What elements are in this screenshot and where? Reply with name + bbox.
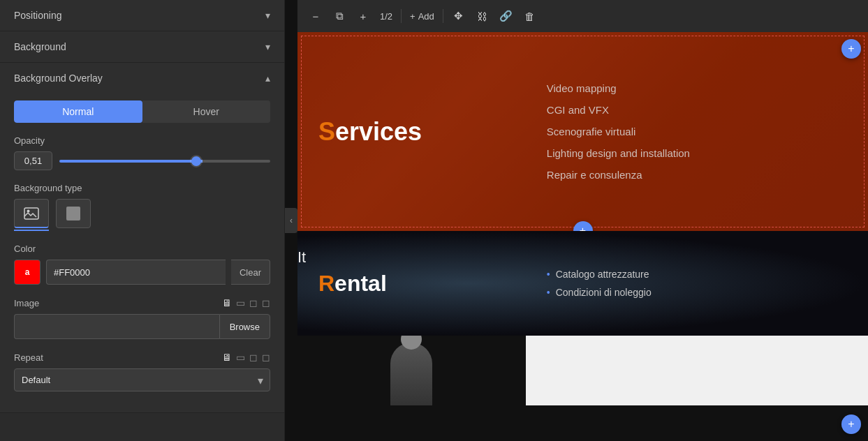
clear-color-button[interactable]: Clear <box>231 260 270 285</box>
rental-title-rest: ental <box>334 271 387 296</box>
background-overlay-chevron: ▴ <box>265 73 270 84</box>
mobile-icon[interactable]: ◻ <box>249 297 258 308</box>
toolbar-duplicate-button[interactable]: ⧉ <box>328 5 351 27</box>
background-section-header[interactable]: Background ▾ <box>0 31 284 63</box>
positioning-section-header[interactable]: Positioning ▾ <box>0 0 284 31</box>
services-title: Services <box>318 117 422 147</box>
image-type-btn[interactable] <box>14 199 49 228</box>
background-overlay-content: Normal Hover Opacity Background type <box>0 94 284 412</box>
desktop-icon[interactable]: 🖥 <box>222 297 232 308</box>
bg-type-underline <box>14 230 49 231</box>
add-plus-icon: + <box>410 11 415 22</box>
rental-right: •Catalogo attrezzature •Condizioni di no… <box>526 231 868 336</box>
person-head <box>401 336 422 350</box>
hover-tab[interactable]: Hover <box>142 100 271 123</box>
color-hex-input[interactable] <box>46 260 226 285</box>
collapse-arrow[interactable]: ‹ <box>285 208 297 233</box>
services-item-2: Scenografie virtuali <box>547 126 847 137</box>
color-label: Color <box>14 244 270 254</box>
image-path-input[interactable] <box>14 314 219 339</box>
unlink-icon: 🔗 <box>499 10 513 22</box>
background-type-row <box>14 199 270 228</box>
toolbar-link-button[interactable]: ⛓ <box>471 5 494 27</box>
services-item-1: CGI and VFX <box>547 104 847 116</box>
normal-hover-tabs: Normal Hover <box>14 100 270 123</box>
image-device-icons: 🖥 ▭ ◻ ◻ <box>222 297 270 308</box>
color-swatch-letter: a <box>25 267 30 277</box>
services-section: Services Video mapping CGI and VFX Sceno… <box>297 32 868 231</box>
repeat-desktop-icon[interactable]: 🖥 <box>222 352 232 363</box>
services-left: Services <box>297 32 526 231</box>
image-upload-row: Browse <box>14 314 270 339</box>
toolbar-divider-2 <box>443 9 443 23</box>
bottom-right <box>526 336 868 405</box>
duplicate-icon: ⧉ <box>336 10 344 22</box>
services-title-rest: ervices <box>335 117 422 146</box>
toolbar-minus-button[interactable]: − <box>304 5 327 27</box>
solid-type-btn[interactable] <box>56 199 91 228</box>
background-overlay-header[interactable]: Background Overlay ▴ <box>0 63 284 94</box>
svg-point-1 <box>27 209 30 212</box>
opacity-input[interactable] <box>14 151 52 170</box>
background-type-section: Background type <box>14 183 270 231</box>
move-icon: ✥ <box>454 10 463 22</box>
image-icon <box>24 207 39 220</box>
tablet-icon[interactable]: ▭ <box>236 297 245 308</box>
color-section: Color a Clear <box>14 244 270 285</box>
toolbar-move-button[interactable]: ✥ <box>448 5 470 27</box>
rental-section: Rental •Catalogo attrezzature •Condizion… <box>297 231 868 336</box>
toolbar-delete-button[interactable]: 🗑 <box>519 5 541 27</box>
services-item-3: Lighting design and installation <box>547 147 847 159</box>
toolbar-fraction: 1/2 <box>376 11 397 22</box>
bottom-section <box>297 336 868 405</box>
background-overlay-title: Background Overlay <box>14 73 103 84</box>
services-item-0: Video mapping <box>547 82 847 94</box>
image-section: Image 🖥 ▭ ◻ ◻ Browse <box>14 297 270 339</box>
repeat-section: Repeat 🖥 ▭ ◻ ◻ Default <box>14 352 270 391</box>
positioning-chevron: ▾ <box>265 10 270 21</box>
repeat-tablet-icon[interactable]: ▭ <box>236 352 245 363</box>
repeat-small-icon[interactable]: ◻ <box>262 352 270 363</box>
minus-icon: − <box>313 10 319 22</box>
rental-title-r: R <box>318 271 334 296</box>
collapse-arrow-icon: ‹ <box>290 216 293 225</box>
opacity-slider-track[interactable] <box>59 160 270 163</box>
preview-area: It Services Video mapping CGI and VFX Sc… <box>297 32 868 441</box>
toolbar-plus-button[interactable]: + <box>352 5 374 27</box>
toolbar-add-button[interactable]: + Add <box>406 11 439 22</box>
small-icon[interactable]: ◻ <box>262 297 270 308</box>
add-bottom-right-button[interactable]: + <box>841 414 861 434</box>
background-overlay-section: Background Overlay ▴ Normal Hover Opacit… <box>0 63 284 413</box>
background-chevron: ▾ <box>265 41 270 52</box>
background-type-label: Background type <box>14 183 270 193</box>
left-panel: Positioning ▾ Background ▾ Background Ov… <box>0 0 285 441</box>
repeat-mobile-icon[interactable]: ◻ <box>249 352 258 363</box>
opacity-slider-thumb[interactable] <box>191 156 201 166</box>
link-icon: ⛓ <box>477 10 487 22</box>
rental-left: Rental <box>297 231 526 336</box>
opacity-row <box>14 151 270 170</box>
add-label: Add <box>418 11 434 22</box>
repeat-device-icons: 🖥 ▭ ◻ ◻ <box>222 352 270 363</box>
background-title: Background <box>14 41 66 52</box>
opacity-label: Opacity <box>14 135 270 146</box>
image-label: Image <box>14 298 39 308</box>
rental-item-0: •Catalogo attrezzature <box>547 269 847 280</box>
repeat-select[interactable]: Default <box>14 368 270 391</box>
toolbar-unlink-button[interactable]: 🔗 <box>495 5 517 27</box>
normal-tab[interactable]: Normal <box>14 100 142 123</box>
browse-button[interactable]: Browse <box>219 314 270 339</box>
bullet-0: • <box>547 269 550 280</box>
delete-icon: 🗑 <box>524 10 535 22</box>
rental-content: Rental •Catalogo attrezzature •Condizion… <box>297 231 868 336</box>
rental-title: Rental <box>318 271 387 297</box>
color-swatch[interactable]: a <box>14 260 41 285</box>
color-row: a Clear <box>14 260 270 285</box>
opacity-section: Opacity <box>14 135 270 170</box>
add-top-right-button[interactable]: + <box>841 39 861 59</box>
services-item-4: Repair e consulenza <box>547 169 847 181</box>
top-toolbar: − ⧉ + 1/2 + Add ✥ ⛓ 🔗 🗑 <box>297 0 868 32</box>
right-panel: ‹ − ⧉ + 1/2 + Add ✥ ⛓ 🔗 🗑 <box>285 0 868 441</box>
rental-item-1: •Condizioni di noleggio <box>547 287 847 298</box>
it-text: It <box>297 248 306 267</box>
